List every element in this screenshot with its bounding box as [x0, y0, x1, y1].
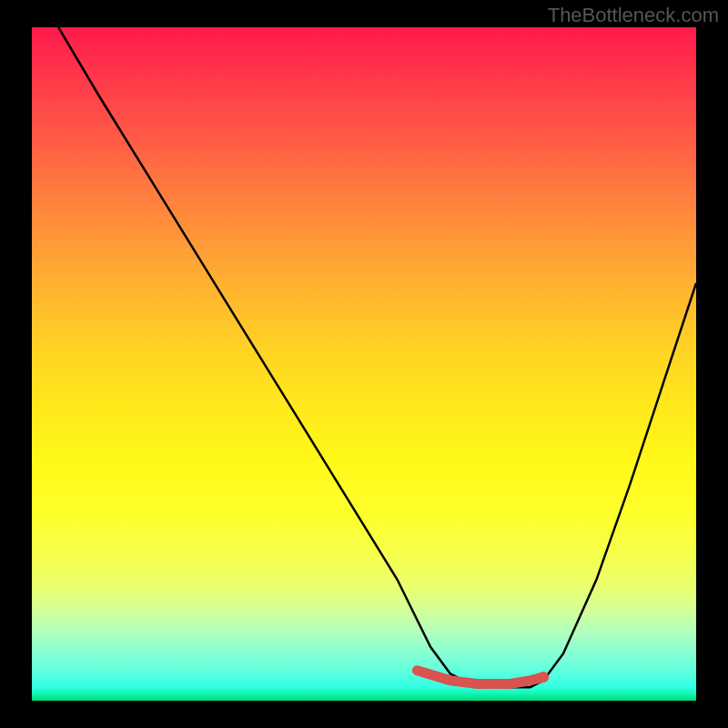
chart-plot-area — [32, 27, 696, 701]
bottleneck-curve — [58, 27, 696, 687]
watermark-text: TheBottleneck.com — [548, 4, 719, 27]
chart-svg — [32, 27, 696, 701]
highlight-segment — [417, 671, 543, 684]
highlight-dot — [538, 672, 549, 682]
